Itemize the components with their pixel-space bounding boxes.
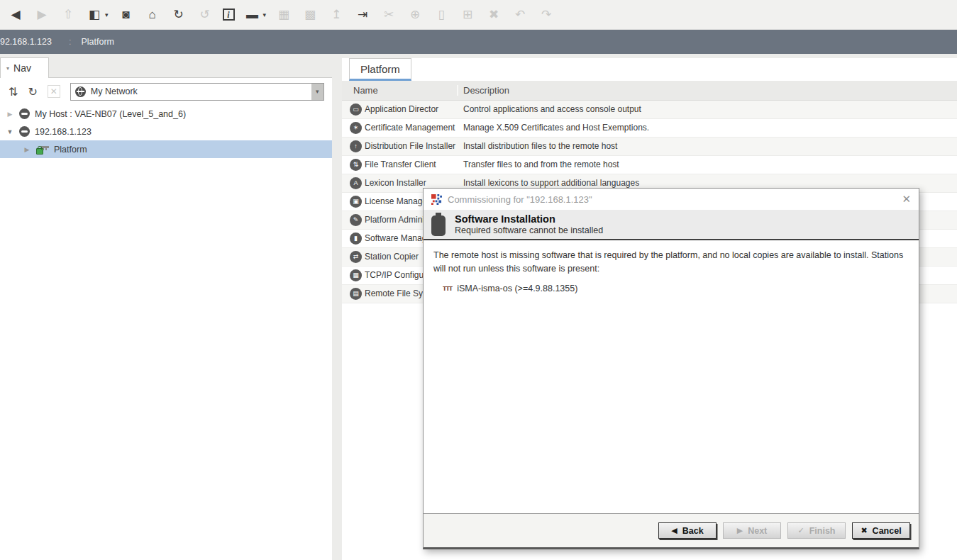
save-icon[interactable]: ▦ <box>275 6 292 23</box>
check-icon: ✓ <box>797 526 804 535</box>
niagara-logo-icon <box>431 194 442 205</box>
refresh-icon[interactable]: ↻ <box>170 6 187 23</box>
dialog-message: The remote host is missing software that… <box>433 249 909 276</box>
cut-icon[interactable]: ✂ <box>380 6 397 23</box>
delete-icon[interactable]: ✖ <box>485 6 502 23</box>
next-button[interactable]: ▶ Next <box>723 522 781 539</box>
globe-icon <box>75 86 86 97</box>
dialog-step-subtitle: Required software cannot be installed <box>455 225 603 237</box>
combo-dropdown-icon[interactable]: ▾ <box>311 84 323 100</box>
sort-swap-icon[interactable]: ⇅ <box>9 85 18 99</box>
module-name: iSMA-isma-os (>=4.9.88.1355) <box>457 282 577 296</box>
clear-icon[interactable]: ✕ <box>48 85 60 98</box>
back-icon[interactable]: ◀ <box>7 6 24 23</box>
nav-sidebar: ⇅ ↻ ✕ My Network ▾ ▶ My Host : VAE-NB07 … <box>0 77 332 560</box>
cancel-button[interactable]: ✖ Cancel <box>852 522 910 539</box>
collapse-arrow-icon[interactable]: ▼ <box>6 128 14 135</box>
recent-history-icon[interactable]: ↺ <box>197 6 214 23</box>
distribution-file-installer-icon: ↑ <box>350 140 362 152</box>
tree-item-my-host[interactable]: ▶ My Host : VAE-NB07 (Level_5_and_6) <box>0 105 332 123</box>
import-icon[interactable]: ↥ <box>328 6 345 23</box>
row-name: Application Director <box>365 101 458 118</box>
redo-icon[interactable]: ↷ <box>538 6 555 23</box>
remote-file-system-icon: ▤ <box>350 288 362 300</box>
back-button-label: Back <box>682 526 704 536</box>
row-name: File Transfer Client <box>365 156 458 174</box>
next-button-label: Next <box>748 526 767 536</box>
undo-icon[interactable]: ↶ <box>511 6 529 23</box>
software-jar-icon <box>431 213 446 236</box>
tree-item-remote-host[interactable]: ▼ 192.168.1.123 <box>0 123 332 140</box>
tree-item-platform[interactable]: ▶ Platform <box>0 140 332 158</box>
row-description: Install distribution files to the remote… <box>463 138 617 155</box>
platform-icon <box>36 144 49 155</box>
column-header-name[interactable]: Name <box>342 85 458 96</box>
host-icon <box>19 108 30 119</box>
nav-refresh-icon[interactable]: ↻ <box>28 85 37 99</box>
dialog-titlebar[interactable]: Commissioning for "192.168.1.123" ✕ <box>424 189 919 210</box>
nav-tab-caret-icon[interactable]: ▾ <box>6 65 9 72</box>
tcpip-configuration-icon: ▦ <box>350 269 362 281</box>
commissioning-dialog: Commissioning for "192.168.1.123" ✕ Soft… <box>423 188 919 549</box>
home-icon[interactable]: ⌂ <box>144 6 161 23</box>
forward-icon[interactable]: ▶ <box>33 6 50 23</box>
column-header-description[interactable]: Description <box>458 85 509 96</box>
finish-button[interactable]: ✓ Finish <box>787 522 846 539</box>
open-folder-icon[interactable]: ▬ <box>244 6 261 23</box>
tree-item-label: 192.168.1.123 <box>35 127 92 137</box>
export-icon[interactable]: ⇥ <box>354 6 371 23</box>
table-row[interactable]: ▭ Application Director Control applicati… <box>342 101 957 119</box>
network-combo[interactable]: My Network ▾ <box>70 83 324 101</box>
missing-module-item: ттт iSMA-isma-os (>=4.9.88.1355) <box>433 282 909 296</box>
tab-nav[interactable]: ▾ Nav <box>0 57 49 78</box>
dialog-title: Commissioning for "192.168.1.123" <box>448 194 896 205</box>
host-icon <box>19 126 30 137</box>
next-arrow-icon: ▶ <box>737 526 743 535</box>
info-icon[interactable]: i <box>223 9 235 21</box>
breadcrumb-view[interactable]: Platform <box>81 37 114 47</box>
table-header: Name Description <box>342 81 957 101</box>
paste-icon[interactable]: ▯ <box>433 6 450 23</box>
main-toolbar: ◀ ▶ ⇧ ◧ ▾ ◙ ⌂ ↻ ↺ i ▬ ▾ ▦ ▩ ↥ ⇥ ✂ ⊕ ▯ ⊞ … <box>0 0 957 30</box>
tab-platform[interactable]: Platform <box>349 58 411 81</box>
up-level-icon[interactable]: ⇧ <box>60 6 77 23</box>
tree-item-label: My Host : VAE-NB07 (Level_5_and_6) <box>35 109 186 119</box>
back-arrow-icon: ◀ <box>671 526 677 535</box>
finish-button-label: Finish <box>809 526 836 536</box>
platform-administration-icon: ✎ <box>350 214 362 226</box>
nav-tree: ▶ My Host : VAE-NB07 (Level_5_and_6) ▼ 1… <box>0 105 332 158</box>
table-row[interactable]: ⇅ File Transfer Client Transfer files to… <box>342 156 957 174</box>
table-row[interactable]: ↑ Distribution File Installer Install di… <box>342 138 957 156</box>
breadcrumb-separator: : <box>69 37 71 47</box>
back-button[interactable]: ◀ Back <box>658 522 717 539</box>
open-folder-caret-icon[interactable]: ▾ <box>263 11 267 18</box>
table-row[interactable]: ✶ Certificate Management Manage X.509 Ce… <box>342 119 957 138</box>
dialog-footer: ◀ Back ▶ Next ✓ Finish ✖ Cancel <box>424 513 919 547</box>
dialog-header: Software Installation Required software … <box>424 210 919 240</box>
row-name: Distribution File Installer <box>365 138 458 155</box>
row-name: Certificate Management <box>365 119 458 137</box>
row-description: Control applications and access console … <box>463 101 641 118</box>
copy-icon[interactable]: ⊕ <box>406 6 424 23</box>
tree-item-label: Platform <box>54 145 87 155</box>
side-pane-icon[interactable]: ◧ <box>86 6 103 23</box>
save-all-icon[interactable]: ▩ <box>302 6 319 23</box>
breadcrumb-host[interactable]: 192.168.1.123 <box>0 37 52 47</box>
certificate-management-icon: ✶ <box>350 122 362 134</box>
cancel-button-label: Cancel <box>873 526 902 536</box>
station-copier-icon: ⇄ <box>350 251 362 263</box>
history-icon[interactable]: ◙ <box>118 6 135 23</box>
dialog-step-title: Software Installation <box>455 213 603 225</box>
platform-tab-label: Platform <box>360 63 400 75</box>
nav-tab-label: Nav <box>13 62 31 74</box>
expand-arrow-icon[interactable]: ▶ <box>6 111 14 118</box>
lexicon-installer-icon: A <box>350 177 362 189</box>
nav-sidebar-toolbar: ⇅ ↻ ✕ My Network ▾ <box>0 78 332 105</box>
side-pane-caret-icon[interactable]: ▾ <box>105 11 109 18</box>
breadcrumb: 192.168.1.123 : Platform <box>0 30 957 54</box>
duplicate-icon[interactable]: ⊞ <box>459 6 476 23</box>
expand-arrow-icon[interactable]: ▶ <box>23 146 31 153</box>
file-transfer-client-icon: ⇅ <box>350 159 362 171</box>
row-description: Manage X.509 Certificates and Host Exemp… <box>463 119 649 137</box>
close-icon[interactable]: ✕ <box>902 193 911 206</box>
